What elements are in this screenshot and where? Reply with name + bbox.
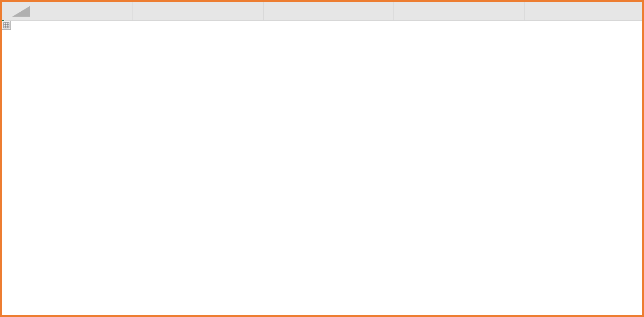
column-header-C[interactable]: [394, 2, 525, 21]
column-header-D[interactable]: [525, 2, 644, 21]
svg-rect-1: [4, 23, 9, 28]
column-header-row: [2, 2, 644, 21]
svg-marker-0: [12, 6, 30, 17]
column-header-B[interactable]: [263, 2, 394, 21]
select-all-corner[interactable]: [2, 2, 133, 21]
spreadsheet-grid: [2, 2, 644, 21]
column-header-A[interactable]: [132, 2, 263, 21]
autofill-options-icon[interactable]: [2, 21, 11, 30]
spreadsheet-frame: [0, 0, 644, 317]
